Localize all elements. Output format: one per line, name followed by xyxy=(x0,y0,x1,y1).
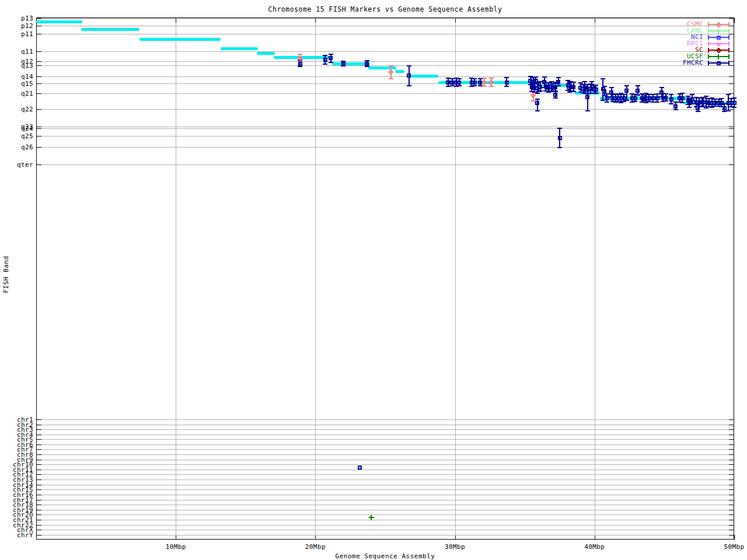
square-marker xyxy=(713,101,717,105)
error-bar-cap xyxy=(578,82,583,83)
assembly-segment-q13 xyxy=(395,70,405,73)
error-bar-cap xyxy=(535,110,540,111)
legend-label-rpci: RPCI xyxy=(642,40,703,47)
error-bar-cap xyxy=(365,66,369,67)
square-marker xyxy=(341,62,345,66)
square-marker xyxy=(664,96,668,100)
error-bar-cap xyxy=(556,77,561,78)
error-bar-cap xyxy=(726,110,731,111)
error-bar-cap xyxy=(329,62,333,63)
error-bar-cap xyxy=(504,77,509,78)
band-label: q21 xyxy=(0,90,33,97)
square-marker xyxy=(450,80,454,85)
square-marker xyxy=(722,106,727,110)
error-bar-cap xyxy=(633,101,637,102)
square-marker xyxy=(651,96,655,100)
square-marker xyxy=(655,96,659,100)
error-bar-cap xyxy=(407,85,411,86)
error-bar-cap xyxy=(472,78,477,79)
error-bar-cap xyxy=(704,96,708,97)
plus-marker xyxy=(369,515,374,520)
error-bar-cap xyxy=(594,93,598,94)
square-marker xyxy=(478,80,482,85)
square-marker xyxy=(609,90,613,94)
legend-sample-cap xyxy=(708,22,709,27)
square-marker xyxy=(696,106,700,110)
error-bar-cap xyxy=(478,78,483,79)
legend-sample-cap xyxy=(728,22,729,27)
legend-sample-cap xyxy=(708,35,709,40)
square-marker xyxy=(680,96,685,100)
error-bar-cap xyxy=(329,54,333,55)
error-bar-cap xyxy=(687,107,692,108)
plot-border xyxy=(36,18,734,540)
error-bar-cap xyxy=(571,82,576,83)
square-marker xyxy=(636,89,640,93)
band-label: q13 xyxy=(0,62,33,69)
legend-sample-cap xyxy=(708,48,709,52)
error-bar-cap xyxy=(704,107,708,108)
glyph-bar-v xyxy=(718,54,719,60)
x-tick-label: 30Mbp xyxy=(435,544,476,550)
y-axis-label: FISH Band xyxy=(2,216,10,333)
square-marker xyxy=(720,101,724,105)
square-marker xyxy=(624,89,629,93)
error-bar-cap xyxy=(669,94,673,95)
error-bar-cap xyxy=(389,65,393,66)
error-bar-cap xyxy=(605,102,609,103)
square-marker xyxy=(659,90,664,94)
error-bar-cap xyxy=(644,102,648,103)
error-bar-cap xyxy=(601,78,605,79)
x-tick-bottom xyxy=(734,535,735,540)
square-marker xyxy=(717,61,721,65)
assembly-segment-q13 xyxy=(368,66,396,69)
square-marker xyxy=(457,80,461,85)
error-bar-cap xyxy=(482,86,487,87)
square-marker xyxy=(446,80,450,85)
legend-sample-cap xyxy=(728,54,729,59)
error-bar-cap xyxy=(557,147,562,148)
square-marker xyxy=(298,62,302,66)
square-marker xyxy=(473,80,477,85)
square-marker xyxy=(732,101,736,105)
x-tick-top xyxy=(734,18,735,23)
square-marker xyxy=(687,101,692,105)
error-bar-cap xyxy=(489,86,494,87)
square-marker xyxy=(407,74,411,78)
square-marker xyxy=(690,97,694,102)
square-marker xyxy=(669,97,673,102)
square-marker xyxy=(556,80,560,84)
error-bar-cap xyxy=(535,93,540,94)
square-marker xyxy=(633,96,637,100)
error-bar-cap xyxy=(636,85,640,86)
assembly-segment-q13 xyxy=(332,62,370,65)
error-bar-cap xyxy=(482,78,487,79)
legend-sample-cap xyxy=(708,41,709,46)
error-bar-cap xyxy=(732,107,736,108)
square-marker xyxy=(534,79,538,83)
band-label: q11 xyxy=(0,48,33,55)
square-marker xyxy=(622,96,626,100)
square-marker xyxy=(594,88,598,92)
error-bar-cap xyxy=(624,85,629,86)
error-bar-cap xyxy=(619,102,623,103)
error-bar-cap xyxy=(710,107,714,108)
error-bar-cap xyxy=(557,128,562,129)
chart-title: Chromosome 15 FISH Markers vs Genome Seq… xyxy=(36,5,734,13)
legend-label-fhcrc: FHCRC xyxy=(642,60,703,66)
band-label: q25 xyxy=(0,133,33,139)
error-bar-cap xyxy=(538,90,543,92)
square-marker xyxy=(605,96,609,100)
error-bar-cap xyxy=(389,78,393,79)
band-label: q15 xyxy=(0,80,33,87)
error-bar-cap xyxy=(298,66,302,67)
legend-sample-cap xyxy=(728,29,729,33)
error-bar-cap xyxy=(664,93,668,94)
square-marker xyxy=(365,62,369,66)
legend-sample-cap xyxy=(708,54,709,59)
error-bar-cap xyxy=(582,81,587,82)
error-bar-cap xyxy=(472,85,477,86)
band-label: p11 xyxy=(0,31,33,37)
x-tick-label: 10Mbp xyxy=(155,544,196,550)
error-bar-cap xyxy=(719,98,724,99)
